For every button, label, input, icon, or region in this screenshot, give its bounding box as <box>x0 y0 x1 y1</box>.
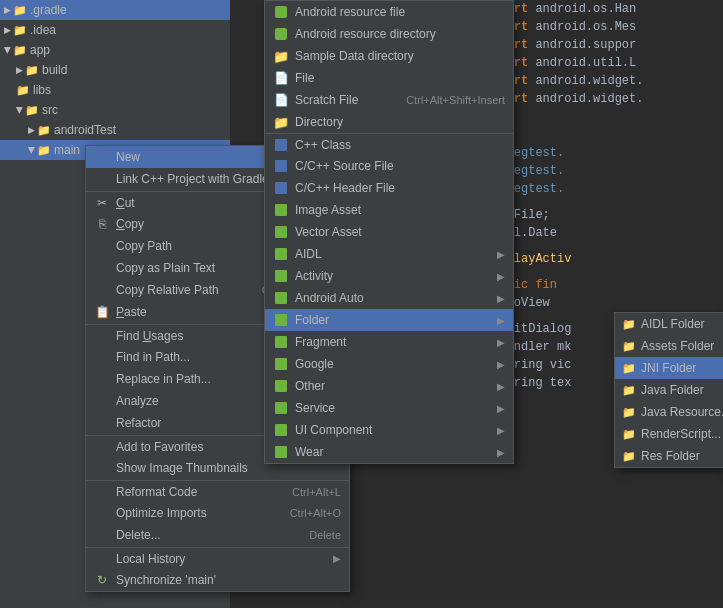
sub-item-file[interactable]: 📄 File <box>265 67 513 89</box>
paste-icon: 📋 <box>94 304 110 320</box>
sub-item-google[interactable]: Google ▶ <box>265 353 513 375</box>
sub-item-folder[interactable]: Folder ▶ <box>265 309 513 331</box>
directory-icon: 📁 <box>273 114 289 130</box>
submenu-arrow-icon: ▶ <box>497 293 505 304</box>
image-asset-icon <box>273 202 289 218</box>
sub-item-cpp-class[interactable]: C++ Class <box>265 133 513 155</box>
copy-relative-icon <box>94 282 110 298</box>
folder-sub-jni[interactable]: 📁 JNI Folder <box>615 357 723 379</box>
renderscript-folder-icon: 📁 <box>621 426 637 442</box>
folder-sub-aidl[interactable]: 📁 AIDL Folder <box>615 313 723 335</box>
java-folder-icon: 📁 <box>621 382 637 398</box>
sub-item-image-asset[interactable]: Image Asset <box>265 199 513 221</box>
menu-label: Delete... <box>116 528 161 542</box>
sub-label: Directory <box>295 115 343 129</box>
folder-icon: 📁 <box>37 124 51 137</box>
tree-item-libs[interactable]: 📁 libs <box>0 80 230 100</box>
sub-label: Scratch File <box>295 93 358 107</box>
sub-label: Activity <box>295 269 333 283</box>
folder-sub-res[interactable]: 📁 Res Folder <box>615 445 723 467</box>
sub-item-scratch-file[interactable]: 📄 Scratch File Ctrl+Alt+Shift+Insert <box>265 89 513 111</box>
sub-item-android-resource-file[interactable]: Android resource file <box>265 1 513 23</box>
sub-label: File <box>295 71 314 85</box>
copy-path-icon <box>94 238 110 254</box>
folder-icon: 📁 <box>25 64 39 77</box>
thumbnails-icon <box>94 460 110 476</box>
vector-asset-icon <box>273 224 289 240</box>
sub-label: AIDL <box>295 247 322 261</box>
sample-data-icon: 📁 <box>273 48 289 64</box>
sub-label: C/C++ Header File <box>295 181 395 195</box>
sub-item-aidl[interactable]: AIDL ▶ <box>265 243 513 265</box>
sub-item-cpp-header[interactable]: C/C++ Header File <box>265 177 513 199</box>
menu-label: Copy <box>116 217 144 231</box>
menu-label: Synchronize 'main' <box>116 573 216 587</box>
folder-sub-label: AIDL Folder <box>641 317 705 331</box>
tree-item-idea[interactable]: ▶ 📁 .idea <box>0 20 230 40</box>
menu-item-synchronize[interactable]: ↻ Synchronize 'main' <box>86 569 349 591</box>
arrow-icon: ▶ <box>27 147 37 154</box>
menu-label: Refactor <box>116 416 161 430</box>
menu-item-delete[interactable]: Delete... Delete <box>86 524 349 546</box>
fragment-icon <box>273 334 289 350</box>
shortcut-label: Ctrl+Alt+L <box>280 486 341 498</box>
menu-label: Copy Path <box>116 239 172 253</box>
sub-item-android-resource-dir[interactable]: Android resource directory <box>265 23 513 45</box>
arrow-icon: ▶ <box>4 5 11 15</box>
folder-sub-assets[interactable]: 📁 Assets Folder <box>615 335 723 357</box>
aidl-folder-icon: 📁 <box>621 316 637 332</box>
menu-item-optimize[interactable]: Optimize Imports Ctrl+Alt+O <box>86 502 349 524</box>
sub-item-vector-asset[interactable]: Vector Asset <box>265 221 513 243</box>
menu-item-reformat[interactable]: Reformat Code Ctrl+Alt+L <box>86 480 349 502</box>
arrow-icon: ▶ <box>16 65 23 75</box>
menu-label: Show Image Thumbnails <box>116 461 248 475</box>
menu-label: Cut <box>116 196 135 210</box>
aidl-icon <box>273 246 289 262</box>
submenu-arrow-icon: ▶ <box>497 249 505 260</box>
folder-icon: 📁 <box>16 84 30 97</box>
sub-item-cpp-source[interactable]: C/C++ Source File <box>265 155 513 177</box>
tree-item-gradle[interactable]: ▶ 📁 .gradle <box>0 0 230 20</box>
sub-item-wear[interactable]: Wear ▶ <box>265 441 513 463</box>
sub-label: Android Auto <box>295 291 364 305</box>
sub-label: Google <box>295 357 334 371</box>
wear-icon <box>273 444 289 460</box>
submenu-arrow-icon: ▶ <box>497 271 505 282</box>
folder-sub-java-resource[interactable]: 📁 Java Resource... <box>615 401 723 423</box>
arrow-icon: ▶ <box>3 47 13 54</box>
sub-label: Sample Data directory <box>295 49 414 63</box>
sub-item-activity[interactable]: Activity ▶ <box>265 265 513 287</box>
sub-item-service[interactable]: Service ▶ <box>265 397 513 419</box>
sub-label: Fragment <box>295 335 346 349</box>
sub-item-directory[interactable]: 📁 Directory <box>265 111 513 133</box>
submenu-arrow-icon: ▶ <box>497 403 505 414</box>
file-icon: 📄 <box>273 70 289 86</box>
tree-item-src[interactable]: ▶ 📁 src <box>0 100 230 120</box>
sub-item-fragment[interactable]: Fragment ▶ <box>265 331 513 353</box>
menu-label: Paste <box>116 305 147 319</box>
history-icon <box>94 551 110 567</box>
new-icon <box>94 149 110 165</box>
folder-sub-label: Java Resource... <box>641 405 723 419</box>
cpp-class-icon <box>273 137 289 153</box>
sub-item-sample-data[interactable]: 📁 Sample Data directory <box>265 45 513 67</box>
folder-icon: 📁 <box>13 24 27 37</box>
tree-item-app[interactable]: ▶ 📁 app <box>0 40 230 60</box>
folder-sub-label: JNI Folder <box>641 361 696 375</box>
tree-item-build[interactable]: ▶ 📁 build <box>0 60 230 80</box>
folder-sub-renderscript[interactable]: 📁 RenderScript... <box>615 423 723 445</box>
android-resource-dir-icon <box>273 26 289 42</box>
sub-item-ui-component[interactable]: UI Component ▶ <box>265 419 513 441</box>
service-icon <box>273 400 289 416</box>
folder-sub-label: Assets Folder <box>641 339 714 353</box>
folder-sub-java[interactable]: 📁 Java Folder <box>615 379 723 401</box>
sub-item-android-auto[interactable]: Android Auto ▶ <box>265 287 513 309</box>
menu-item-local-history[interactable]: Local History ▶ <box>86 547 349 569</box>
sub-item-other[interactable]: Other ▶ <box>265 375 513 397</box>
folder-sub-label: Java Folder <box>641 383 704 397</box>
scratch-file-icon: 📄 <box>273 92 289 108</box>
menu-label: Replace in Path... <box>116 372 211 386</box>
tree-item-androidtest[interactable]: ▶ 📁 androidTest <box>0 120 230 140</box>
submenu-arrow-icon: ▶ <box>497 447 505 458</box>
shortcut-label: Ctrl+Alt+O <box>278 507 341 519</box>
